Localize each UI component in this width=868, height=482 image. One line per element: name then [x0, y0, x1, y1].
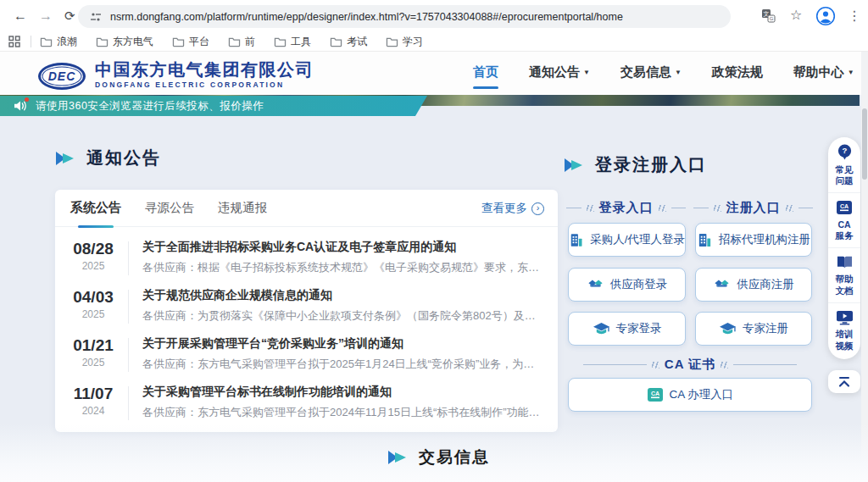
register-entry-header: 注册入口 [693, 200, 813, 216]
active-underline [473, 86, 498, 89]
expert-register-button[interactable]: 专家注册 [695, 312, 812, 346]
notice-date: 04/03 2025 [69, 288, 118, 320]
divider [128, 290, 129, 324]
nav-policies[interactable]: 政策法规 [712, 64, 763, 80]
chevron-down-icon: ▼ [848, 69, 854, 76]
training-videos-item[interactable]: 培训视频 [828, 302, 860, 357]
bookmark-folder[interactable]: 东方电气 [96, 35, 153, 49]
menu-dots-icon[interactable]: ⋮ [848, 8, 861, 24]
nav-home[interactable]: 首页 [473, 64, 498, 80]
nav-notices[interactable]: 通知公告▼ [529, 64, 590, 80]
bookmarks-separator [31, 36, 31, 47]
bookmark-star-icon[interactable]: ☆ [790, 8, 802, 23]
reload-icon[interactable]: ⟳ [64, 8, 75, 24]
site-header: DEC 中国东方电气集团有限公司 DONGFANG ELECTRIC CORPO… [0, 52, 868, 95]
graduation-cap-icon [593, 321, 610, 337]
notice-summary: 各供应商：为贯彻落实《保障中小企业款项支付条例》（国务院令第802号）及《中小企… [142, 308, 544, 324]
bookmark-folder[interactable]: 工具 [274, 35, 311, 49]
profile-avatar[interactable] [815, 6, 836, 30]
main-nav: 首页 通知公告▼ 交易信息▼ 政策法规 帮助中心▼ [473, 64, 854, 80]
notice-row[interactable]: 11/07 2024 关于采购管理平台标书在线制作功能培训的通知 各供应商：东方… [55, 377, 558, 425]
site-settings-icon[interactable] [90, 11, 102, 23]
ca-service-item[interactable]: CA CA 服务 [828, 192, 860, 247]
bookmark-folder[interactable]: 平台 [172, 35, 209, 49]
url-text[interactable]: nsrm.dongfang.com/platform/runtime/epp/d… [110, 11, 623, 23]
handshake-icon [713, 277, 731, 292]
bookmarks-bar: 浪潮 东方电气 平台 前 工具 考试 学习 [0, 32, 868, 52]
bidding-agency-register-button[interactable]: 招标代理机构注册 [695, 223, 812, 257]
svg-text:CA: CA [651, 391, 659, 396]
company-name: 中国东方电气集团有限公司 DONGFANG ELECTRIC CORPORATI… [95, 60, 314, 89]
scrollbar-thumb[interactable] [862, 108, 867, 180]
section-arrow-icon [55, 150, 75, 167]
expert-login-button[interactable]: 专家登录 [568, 312, 686, 346]
notice-row[interactable]: 08/28 2025 关于全面推进非招标采购业务CA认证及电子签章应用的通知 各… [55, 232, 558, 280]
scroll-to-top-button[interactable] [828, 370, 860, 393]
arrow-right-circle-icon: › [531, 202, 544, 215]
notice-title[interactable]: 关于开展采购管理平台“竞价采购业务”培训的通知 [142, 336, 544, 351]
speaker-icon [14, 100, 27, 112]
apps-grid-icon[interactable] [8, 36, 20, 47]
tab-active-underline [78, 225, 114, 228]
divider [128, 241, 129, 275]
chevron-down-icon: ▼ [583, 69, 590, 76]
svg-text:?: ? [842, 146, 847, 155]
notice-summary: 各供应商：根据《电子招标投标系统技术规范》《电子采购交易规范》要求，东方电气采购… [142, 260, 544, 275]
bookmark-folder[interactable]: 前 [228, 35, 255, 49]
notice-date: 01/21 2025 [69, 336, 118, 368]
floating-help-panel: ? 常见问题 CA CA 服务 帮助文档 [828, 137, 860, 359]
tab-system-notices[interactable]: 系统公告 [70, 190, 121, 227]
address-bar[interactable]: nsrm.dongfang.com/platform/runtime/epp/d… [78, 5, 731, 28]
section-arrow-icon [387, 449, 408, 466]
dec-logo[interactable]: DEC [38, 63, 86, 90]
notice-row[interactable]: 01/21 2025 关于开展采购管理平台“竞价采购业务”培训的通知 各供应商：… [55, 329, 558, 377]
bookmark-folder[interactable]: 考试 [330, 35, 367, 49]
ca-badge-icon: CA [647, 386, 664, 403]
browser-toolbar: ← → ⟳ nsrm.dongfang.com/platform/runtime… [0, 0, 868, 32]
forward-icon[interactable]: → [39, 8, 53, 24]
ca-cert-header: CA 证书 [583, 357, 797, 373]
ribbon-text: 请使用360安全浏览器进行后续投标、报价操作 [36, 99, 264, 114]
building-icon [569, 232, 584, 248]
building-icon [697, 232, 713, 248]
tab-violation-reports[interactable]: 违规通报 [218, 190, 267, 227]
buyer-agent-login-button[interactable]: 采购人/代理人登录 [568, 223, 686, 257]
video-monitor-icon [836, 309, 854, 325]
supplier-register-button[interactable]: 供应商注册 [695, 268, 812, 302]
notice-section-title: 通知公告 [55, 147, 161, 169]
notice-title[interactable]: 关于全面推进非招标采购业务CA认证及电子签章应用的通知 [142, 240, 544, 254]
translate-icon[interactable]: 文 G [761, 8, 776, 26]
book-icon [836, 254, 854, 270]
nav-trade-info[interactable]: 交易信息▼ [620, 64, 682, 80]
question-bubble-icon: ? [836, 143, 854, 161]
svg-text:CA: CA [840, 202, 849, 208]
notice-list: 08/28 2025 关于全面推进非招标采购业务CA认证及电子签章应用的通知 各… [55, 227, 558, 425]
ca-apply-button[interactable]: CA CA 办理入口 [568, 378, 812, 412]
notice-card: 系统公告 寻源公告 违规通报 查看更多 › 08/28 2025 关于全面推进非… [55, 190, 558, 432]
notice-title[interactable]: 关于规范供应商企业规模信息的通知 [142, 288, 544, 302]
announcement-ribbon: 请使用360安全浏览器进行后续投标、报价操作 [0, 96, 427, 116]
supplier-login-button[interactable]: 供应商登录 [568, 268, 686, 302]
ca-badge-icon: CA [836, 199, 853, 216]
screen: ← → ⟳ nsrm.dongfang.com/platform/runtime… [0, 0, 868, 482]
view-more-link[interactable]: 查看更多 › [481, 190, 544, 227]
trade-section-title: 交易信息 [387, 446, 490, 468]
chevron-down-icon: ▼ [675, 69, 682, 76]
notice-summary: 各供应商：东方电气采购管理平台拟于2024年11月15日上线“标书在线制作”功能… [142, 405, 544, 420]
faq-item[interactable]: ? 常见问题 [828, 137, 860, 192]
bookmark-folder[interactable]: 学习 [386, 35, 423, 49]
notice-summary: 各供应商：东方电气采购管理平台拟于2025年1月24日上线“竞价采购”业务，为帮… [142, 357, 544, 372]
notice-row[interactable]: 04/03 2025 关于规范供应商企业规模信息的通知 各供应商：为贯彻落实《保… [55, 280, 558, 329]
nav-help-center[interactable]: 帮助中心▼ [793, 64, 854, 80]
bookmark-folder[interactable]: 浪潮 [40, 35, 77, 49]
back-icon[interactable]: ← [14, 8, 27, 24]
divider [128, 386, 129, 420]
section-arrow-icon [564, 157, 584, 174]
notice-tabbar: 系统公告 寻源公告 违规通报 查看更多 › [55, 190, 558, 227]
notice-title[interactable]: 关于采购管理平台标书在线制作功能培训的通知 [142, 385, 544, 399]
login-entry-header: 登录入口 [566, 200, 686, 216]
svg-text:G: G [770, 16, 774, 21]
login-section-title: 登录注册入口 [564, 153, 707, 176]
tab-sourcing-notices[interactable]: 寻源公告 [145, 190, 194, 227]
help-docs-item[interactable]: 帮助文档 [828, 247, 860, 302]
